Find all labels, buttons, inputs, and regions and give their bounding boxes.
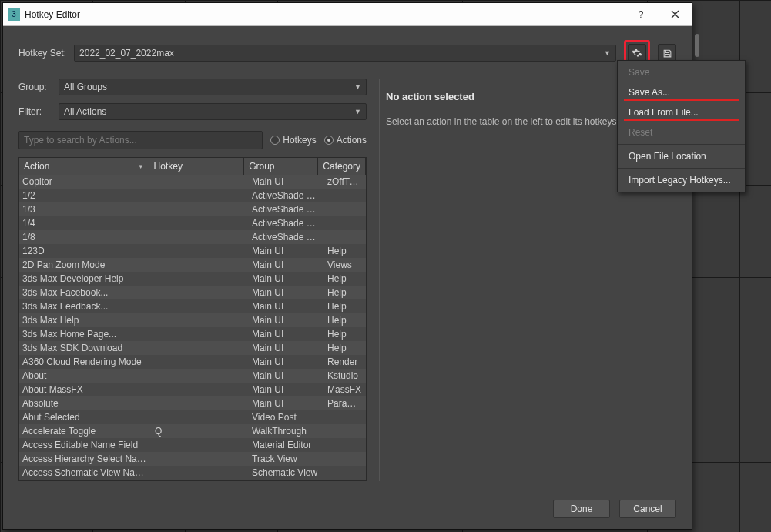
done-label: Done <box>571 504 593 514</box>
table-row[interactable]: Accelerate ToggleQWalkThrough <box>19 424 366 438</box>
menu-load-from-file[interactable]: Load From File... <box>618 102 745 122</box>
col-group[interactable]: Group <box>244 158 318 175</box>
table-row[interactable]: 1/2ActiveShade Fra... <box>19 189 366 202</box>
sort-indicator-icon: ▼ <box>138 163 144 170</box>
table-row[interactable]: About MassFXMain UIMassFX <box>19 383 366 396</box>
cell-category: Parameter <box>324 398 366 409</box>
scrollbar[interactable] <box>695 34 699 57</box>
table-row[interactable]: 3ds Max SDK DownloadMain UIHelp <box>19 341 366 355</box>
menu-import-legacy[interactable]: Import Legacy Hotkeys... <box>618 170 745 190</box>
titlebar: 3 Hotkey Editor ? <box>3 3 692 26</box>
table-row[interactable]: 3ds Max HelpMain UIHelp <box>19 313 366 327</box>
cell-group: Schematic View <box>249 467 324 478</box>
table-row[interactable]: 3ds Max Home Page...Main UIHelp <box>19 327 366 341</box>
cell-group: WalkThrough <box>249 426 324 437</box>
table-row[interactable]: Access Editable Name FieldMaterial Edito… <box>19 438 366 452</box>
cell-action: 1/3 <box>19 204 152 215</box>
filter-value: All Actions <box>64 106 106 117</box>
cell-category: Help <box>324 343 366 353</box>
table-row[interactable]: 1/3ActiveShade Fra... <box>19 202 366 216</box>
close-icon <box>671 10 679 18</box>
search-input[interactable]: Type to search by Actions... <box>18 131 263 149</box>
menu-load-label: Load From File... <box>629 107 699 118</box>
menu-save-as[interactable]: Save As... <box>618 82 745 102</box>
table-row[interactable]: A360 Cloud Rendering ModeMain UIRender <box>19 355 366 369</box>
help-button[interactable]: ? <box>624 3 658 26</box>
group-dropdown[interactable]: All Groups ▼ <box>59 79 367 95</box>
table-row[interactable]: 3ds Max Feedback...Main UIHelp <box>19 299 366 313</box>
close-button[interactable] <box>658 3 692 26</box>
filter-dropdown[interactable]: All Actions ▼ <box>59 103 367 120</box>
group-row: Group: All Groups ▼ <box>18 79 367 95</box>
search-placeholder: Type to search by Actions... <box>24 135 137 146</box>
radio-actions[interactable]: Actions <box>324 135 367 146</box>
settings-menu: Save Save As... Load From File... Reset … <box>617 60 746 192</box>
cell-action: 123D <box>19 246 152 256</box>
col-group-label: Group <box>249 161 274 172</box>
table-row[interactable]: Abut SelectedVideo Post <box>19 410 366 424</box>
table-body[interactable]: CopitorMain UIzOffTy To1/2ActiveShade Fr… <box>19 175 366 480</box>
cell-action: About MassFX <box>19 384 152 395</box>
cell-group: Track View <box>249 453 324 464</box>
filter-label: Filter: <box>18 106 52 117</box>
radio-hotkeys[interactable]: Hotkeys <box>270 135 316 146</box>
cell-action: Access Hierarchy Select Name Field <box>19 453 152 464</box>
table-row[interactable]: 1/4ActiveShade Fra... <box>19 216 366 230</box>
cancel-button[interactable]: Cancel <box>619 500 676 518</box>
cell-category: Help <box>324 246 366 256</box>
table-row[interactable]: 123DMain UIHelp <box>19 244 366 258</box>
table-row[interactable]: AbsoluteMain UIParameter <box>19 396 366 410</box>
done-button[interactable]: Done <box>553 500 610 518</box>
cell-group: ActiveShade Fra... <box>249 232 324 243</box>
cell-category: Help <box>324 315 366 326</box>
filter-row: Filter: All Actions ▼ <box>18 103 367 120</box>
col-hotkey[interactable]: Hotkey <box>149 158 245 175</box>
cell-group: Video Post <box>249 412 324 423</box>
chevron-down-icon: ▼ <box>354 83 361 91</box>
cell-group: ActiveShade Fra... <box>249 190 324 201</box>
cell-action: 3ds Max Developer Help <box>19 273 152 284</box>
table-row[interactable]: 3ds Max Developer HelpMain UIHelp <box>19 272 366 286</box>
cell-action: 3ds Max SDK Download <box>19 343 152 353</box>
cell-group: Main UI <box>249 273 324 284</box>
table-row[interactable]: CopitorMain UIzOffTy To <box>19 175 366 189</box>
table-row[interactable]: AboutMain UIKstudio <box>19 369 366 383</box>
menu-separator <box>618 144 745 145</box>
table-row[interactable]: 1/8ActiveShade Fra... <box>19 230 366 244</box>
radio-dot <box>324 136 334 145</box>
cell-group: Material Editor <box>249 440 324 450</box>
cell-action: Access Schematic View Name Field <box>19 467 152 478</box>
radio-hotkeys-label: Hotkeys <box>283 135 316 146</box>
cell-group: Main UI <box>249 343 324 353</box>
chevron-down-icon: ▼ <box>604 49 611 57</box>
table-header: Action ▼ Hotkey Group Category <box>19 158 366 175</box>
menu-save: Save <box>618 62 745 82</box>
cell-action: 1/8 <box>19 232 152 243</box>
left-column: Group: All Groups ▼ Filter: All Actions … <box>18 79 367 481</box>
table-row[interactable]: Access Hierarchy Select Name FieldTrack … <box>19 452 366 466</box>
save-icon <box>662 49 672 59</box>
cell-action: 3ds Max Home Page... <box>19 329 152 340</box>
cell-action: A360 Cloud Rendering Mode <box>19 356 152 367</box>
cell-action: Absolute <box>19 398 152 409</box>
hotkey-set-dropdown[interactable]: 2022_02_07_2022max ▼ <box>74 45 616 62</box>
table-row[interactable]: Access Schematic View Name FieldSchemati… <box>19 466 366 480</box>
menu-open-loc-label: Open File Location <box>629 151 706 162</box>
col-category[interactable]: Category <box>318 158 366 175</box>
dialog-body: Hotkey Set: 2022_02_07_2022max ▼ Group: … <box>3 26 692 529</box>
table-row[interactable]: 2D Pan Zoom ModeMain UIViews <box>19 258 366 272</box>
annotation-underline <box>624 119 739 121</box>
cell-group: Main UI <box>249 287 324 298</box>
table-row[interactable]: 3ds Max Facebook...Main UIHelp <box>19 286 366 299</box>
cell-action: 3ds Max Help <box>19 315 152 326</box>
cell-action: Abut Selected <box>19 412 152 423</box>
cell-category: Help <box>324 287 366 298</box>
cell-group: Main UI <box>249 398 324 409</box>
cell-group: Main UI <box>249 259 324 270</box>
cell-category: Help <box>324 273 366 284</box>
menu-open-file-location[interactable]: Open File Location <box>618 146 745 166</box>
col-action[interactable]: Action ▼ <box>19 158 149 175</box>
cell-category: Kstudio <box>324 370 366 381</box>
menu-reset-label: Reset <box>629 127 652 138</box>
cell-hotkey: Q <box>152 426 249 437</box>
